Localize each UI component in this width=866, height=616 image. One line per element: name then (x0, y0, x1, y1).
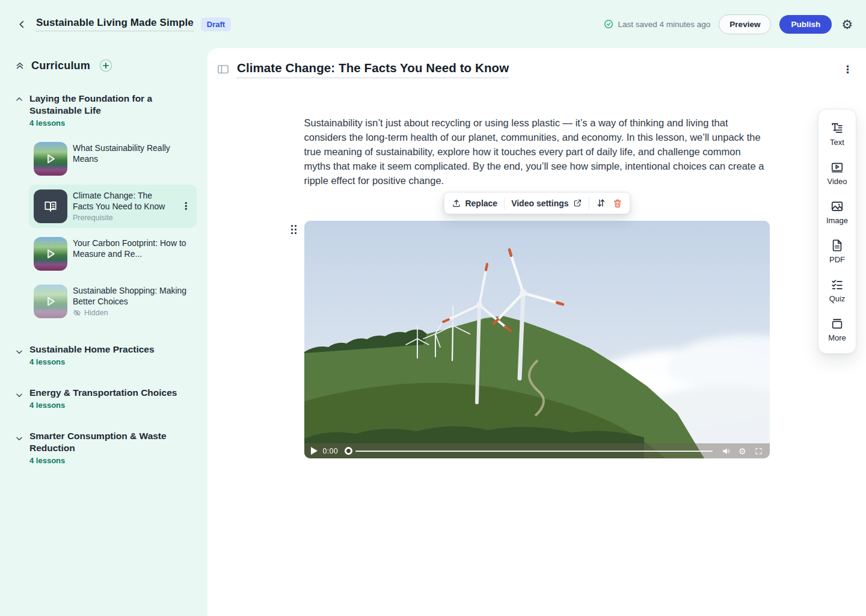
video-frame-wind-turbines (304, 221, 770, 458)
chevron-down-icon[interactable] (14, 390, 24, 400)
chevron-down-icon[interactable] (14, 434, 24, 443)
last-saved-text: Last saved 4 minutes ago (618, 20, 711, 29)
lesson-title: Climate Change: The Facts You Need to Kn… (73, 190, 174, 212)
section-header-text: Smarter Consumption & Waste Reduction 4 … (29, 430, 180, 465)
video-block-toolbar: Replace Video settings (443, 192, 630, 214)
toolbar-divider (504, 197, 505, 209)
video-settings-label: Video settings (511, 199, 568, 208)
swap-vertical-icon (596, 198, 606, 208)
section-header[interactable]: Energy & Transportation Choices 4 lesson… (0, 387, 198, 410)
chevron-down-icon[interactable] (14, 347, 24, 357)
insert-image-button[interactable]: Image (826, 200, 848, 225)
drag-handle[interactable] (291, 225, 296, 234)
play-icon (34, 237, 67, 271)
scrubber-knob[interactable] (345, 447, 352, 455)
fullscreen-icon[interactable] (754, 447, 763, 455)
video-player[interactable]: 0:00 ⚙ (304, 221, 770, 458)
section-lesson-count: 4 lessons (29, 456, 180, 465)
preview-button[interactable]: Preview (719, 14, 771, 34)
section-header[interactable]: Sustainable Home Practices 4 lessons (0, 343, 198, 366)
insert-text-button[interactable]: Text (830, 122, 844, 147)
section-header[interactable]: Laying the Foundation for a Sustainable … (0, 93, 198, 128)
lesson-title: Your Carbon Footprint: How to Measure an… (73, 238, 192, 259)
back-icon[interactable] (14, 17, 29, 31)
lesson-page-title[interactable]: Climate Change: The Facts You Need to Kn… (237, 61, 509, 78)
header-right: Last saved 4 minutes ago Preview Publish… (604, 14, 853, 34)
section-title: Sustainable Home Practices (29, 343, 155, 356)
insert-pdf-button[interactable]: PDF (829, 239, 845, 264)
book-open-icon (43, 199, 58, 214)
lesson-text: Sustainable Shopping: Making Better Choi… (73, 285, 192, 317)
replace-button[interactable]: Replace (451, 199, 497, 208)
image-icon (831, 200, 844, 213)
settings-gear-icon[interactable]: ⚙ (841, 18, 853, 31)
hidden-label: Hidden (84, 309, 108, 317)
course-title[interactable]: Sustainable Living Made Simple (36, 17, 194, 31)
lesson-options-kebab-icon[interactable]: ⋮ (843, 63, 853, 76)
tool-label: Video (827, 177, 847, 186)
lesson-item-sustainable-shopping[interactable]: Sustainable Shopping: Making Better Choi… (29, 280, 197, 323)
upload-icon (451, 199, 461, 208)
add-section-button[interactable] (99, 59, 112, 72)
play-icon (34, 142, 67, 176)
tool-label: Image (826, 216, 848, 225)
video-current-time: 0:00 (323, 447, 339, 455)
status-badge: Draft (201, 17, 231, 31)
tool-label: Quiz (829, 294, 846, 303)
play-button-icon[interactable] (311, 447, 318, 455)
section-header[interactable]: Smarter Consumption & Waste Reduction 4 … (0, 430, 198, 465)
lesson-kebab-icon[interactable]: ⋮ (180, 202, 192, 211)
volume-icon[interactable] (722, 447, 731, 455)
lesson-item-carbon-footprint[interactable]: Your Carbon Footprint: How to Measure an… (29, 232, 197, 276)
eye-off-icon (73, 309, 81, 317)
section-header-text: Sustainable Home Practices 4 lessons (29, 343, 155, 366)
section-header-text: Energy & Transportation Choices 4 lesson… (29, 387, 177, 410)
quiz-checklist-icon (831, 278, 844, 291)
quality-gear-icon[interactable]: ⚙ (739, 447, 746, 455)
lesson-text: What Sustainability Really Means (73, 142, 192, 164)
insert-more-button[interactable]: More (828, 317, 846, 342)
lesson-text: Climate Change: The Facts You Need to Kn… (73, 189, 174, 222)
lesson-item-what-sustainability[interactable]: What Sustainability Really Means (29, 137, 197, 180)
sidebar-toggle-icon[interactable] (218, 65, 229, 75)
video-icon (831, 161, 844, 174)
video-block: Replace Video settings (304, 221, 770, 458)
curriculum-heading: Curriculum (31, 60, 90, 72)
video-thumbnail (34, 237, 67, 271)
insert-video-button[interactable]: Video (827, 161, 847, 186)
lesson-subtitle: Hidden (73, 309, 192, 317)
insert-quiz-button[interactable]: Quiz (829, 278, 846, 303)
lesson-content: Sustainability isn’t just about recyclin… (304, 116, 770, 458)
tool-label: Text (830, 138, 844, 147)
lesson-text: Your Carbon Footprint: How to Measure an… (73, 237, 192, 259)
last-saved-status: Last saved 4 minutes ago (604, 19, 711, 29)
lesson-paragraph[interactable]: Sustainability isn’t just about recyclin… (304, 116, 770, 188)
tool-label: PDF (829, 255, 845, 264)
move-block-button[interactable] (596, 198, 606, 208)
curriculum-section: Energy & Transportation Choices 4 lesson… (0, 387, 198, 410)
reading-lesson-tile (34, 189, 67, 223)
section-title: Smarter Consumption & Waste Reduction (29, 430, 180, 454)
insert-block-panel: Text Video Image PDF Quiz More (818, 109, 856, 354)
delete-block-button[interactable] (613, 199, 622, 208)
publish-button[interactable]: Publish (779, 15, 832, 34)
lesson-item-climate-change[interactable]: Climate Change: The Facts You Need to Kn… (29, 185, 197, 228)
video-settings-button[interactable]: Video settings (511, 199, 582, 208)
collapse-all-icon[interactable] (14, 60, 25, 71)
lesson-subtitle: Prerequisite (73, 214, 174, 222)
lesson-title: Sustainable Shopping: Making Better Choi… (73, 285, 192, 307)
tool-label: More (828, 333, 846, 342)
course-editor-app: Sustainable Living Made Simple Draft Las… (0, 0, 866, 616)
top-header: Sustainable Living Made Simple Draft Las… (0, 0, 866, 48)
toolbar-divider (589, 197, 589, 209)
video-thumbnail (34, 142, 67, 176)
check-circle-icon (604, 19, 613, 29)
pdf-document-icon (831, 239, 844, 252)
chevron-up-icon[interactable] (14, 94, 24, 104)
text-icon (831, 122, 844, 135)
lesson-title: What Sustainability Really Means (73, 143, 192, 164)
more-archive-icon (831, 317, 844, 330)
curriculum-section: Smarter Consumption & Waste Reduction 4 … (0, 430, 198, 465)
section-title: Laying the Foundation for a Sustainable … (29, 93, 180, 117)
progress-bar[interactable] (355, 451, 713, 452)
